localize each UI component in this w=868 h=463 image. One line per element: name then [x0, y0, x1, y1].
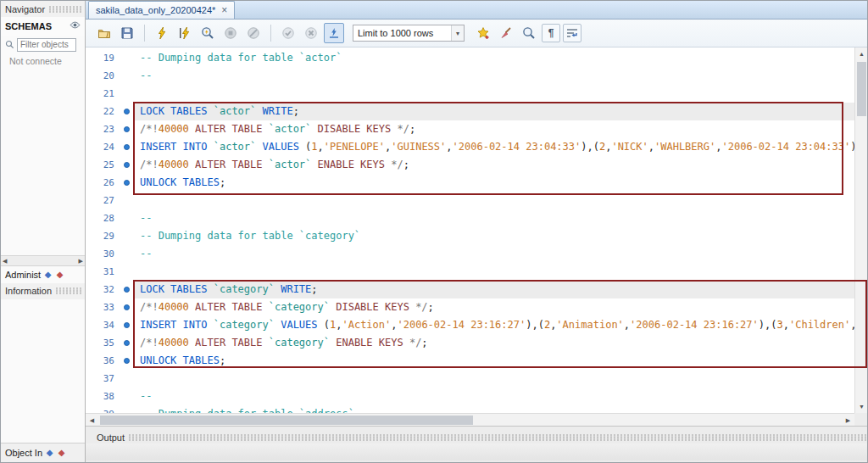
- panel-collapse-icon[interactable]: ◆: [55, 270, 64, 279]
- line-number: 37: [86, 370, 120, 388]
- navigator-panel-header[interactable]: Navigator: [1, 1, 85, 17]
- object-info-panel-header[interactable]: Object In ◆ ◆: [1, 443, 85, 462]
- beautify-icon: [499, 26, 513, 40]
- scroll-left-icon[interactable]: ◀: [3, 258, 7, 264]
- wrap-text-button[interactable]: [563, 24, 581, 42]
- schema-tree-empty-area: [1, 69, 85, 255]
- statement-marker-icon: [124, 358, 130, 364]
- autocommit-button[interactable]: [324, 23, 344, 43]
- sidebar-horizontal-scrollbar[interactable]: ◀ ▶: [1, 255, 85, 266]
- line-number: 38: [86, 388, 120, 405]
- marker-column: [120, 120, 133, 138]
- scroll-right-icon[interactable]: ▶: [842, 414, 854, 426]
- scroll-down-icon[interactable]: ▼: [855, 400, 867, 413]
- marker-column: [120, 388, 133, 405]
- beautify-button[interactable]: [496, 23, 516, 43]
- statement-marker-icon: [124, 180, 130, 186]
- horizontal-scroll-thumb[interactable]: [100, 416, 473, 425]
- scroll-up-icon[interactable]: ▲: [855, 47, 867, 60]
- information-title: Information: [5, 286, 52, 296]
- execute-script-button[interactable]: [152, 23, 172, 43]
- navigator-title: Navigator: [5, 4, 45, 14]
- not-connected-label: Not connecte: [1, 53, 85, 69]
- code-area[interactable]: 19-- Dumping data for table `actor`20--2…: [86, 47, 854, 413]
- marker-column: [120, 281, 133, 298]
- marker-column: [120, 370, 133, 388]
- code-line[interactable]: 23/*!40000 ALTER TABLE `actor` DISABLE K…: [86, 120, 854, 138]
- stop-button[interactable]: [220, 23, 241, 43]
- code-line[interactable]: 32LOCK TABLES `category` WRITE;: [86, 281, 854, 298]
- code-text: [133, 192, 854, 209]
- horizontal-scrollbar[interactable]: ◀ ▶: [86, 413, 854, 426]
- line-number: 21: [86, 85, 120, 103]
- code-line[interactable]: 31: [86, 263, 854, 281]
- open-script-button[interactable]: [94, 23, 114, 43]
- code-line[interactable]: 21: [86, 85, 854, 103]
- rollback-button[interactable]: [301, 23, 321, 43]
- limit-rows-dropdown[interactable]: Limit to 1000 rows▾: [353, 25, 465, 42]
- code-line[interactable]: 27: [86, 192, 854, 209]
- scroll-left-icon[interactable]: ◀: [86, 414, 98, 426]
- vertical-scrollbar[interactable]: ▲ ▼: [854, 47, 867, 413]
- code-line[interactable]: 25/*!40000 ALTER TABLE `actor` ENABLE KE…: [86, 156, 854, 174]
- marker-column: [120, 352, 133, 370]
- execute-current-icon: [178, 26, 192, 40]
- invisibles-icon: ¶: [548, 27, 554, 39]
- commit-button[interactable]: [278, 23, 298, 43]
- stop-on-error-button[interactable]: [243, 23, 264, 43]
- editor-toolbar: Limit to 1000 rows▾¶: [86, 20, 867, 47]
- code-line[interactable]: 19-- Dumping data for table `actor`: [86, 49, 854, 67]
- panel-expand-icon[interactable]: ◆: [43, 270, 53, 279]
- code-text: INSERT INTO `category` VALUES (1,'Action…: [133, 316, 854, 334]
- marker-column: [120, 334, 133, 352]
- panel-expand-icon[interactable]: ◆: [45, 449, 54, 458]
- code-line[interactable]: 37: [86, 370, 854, 388]
- search-icon: [5, 37, 14, 53]
- code-line[interactable]: 28--: [86, 209, 854, 227]
- code-line[interactable]: 26UNLOCK TABLES;: [86, 174, 854, 192]
- line-number: 19: [86, 49, 120, 67]
- administration-panel-header[interactable]: Administ ◆ ◆: [1, 266, 85, 283]
- tab-close-icon[interactable]: ×: [221, 5, 227, 15]
- code-line[interactable]: 35/*!40000 ALTER TABLE `category` ENABLE…: [86, 334, 854, 352]
- code-line[interactable]: 29-- Dumping data for table `category`: [86, 227, 854, 245]
- editor-zone: 19-- Dumping data for table `actor`20--2…: [86, 47, 867, 426]
- invisibles-button[interactable]: ¶: [542, 24, 560, 42]
- code-text: LOCK TABLES `category` WRITE;: [133, 281, 854, 298]
- code-line[interactable]: 24INSERT INTO `actor` VALUES (1,'PENELOP…: [86, 138, 854, 156]
- code-line[interactable]: 22LOCK TABLES `actor` WRITE;: [86, 103, 854, 120]
- scroll-right-icon[interactable]: ▶: [79, 258, 83, 264]
- limit-rows-value: Limit to 1000 rows: [358, 28, 451, 38]
- code-line[interactable]: 20--: [86, 67, 854, 85]
- tab-sakila-data-only[interactable]: sakila_data_only_20200424* ×: [88, 1, 235, 19]
- save-script-button[interactable]: [117, 23, 137, 43]
- commit-icon: [281, 26, 295, 40]
- code-line[interactable]: 34INSERT INTO `category` VALUES (1,'Acti…: [86, 316, 854, 334]
- line-number: 32: [86, 281, 120, 298]
- code-text: --: [133, 209, 854, 227]
- filter-objects-input[interactable]: [17, 38, 76, 52]
- eye-icon[interactable]: [70, 19, 81, 34]
- output-title: Output: [97, 432, 125, 443]
- code-line[interactable]: 33/*!40000 ALTER TABLE `category` DISABL…: [86, 298, 854, 316]
- find-button[interactable]: [519, 23, 539, 43]
- output-panel-header[interactable]: Output: [86, 431, 867, 443]
- marker-column: [120, 67, 133, 85]
- save-snippet-button[interactable]: [473, 23, 493, 43]
- output-panel-body: [86, 443, 867, 460]
- statement-marker-icon: [124, 144, 130, 150]
- code-line[interactable]: 39-- Dumping data for table `address`: [86, 405, 854, 413]
- code-text: UNLOCK TABLES;: [133, 352, 854, 370]
- code-line[interactable]: 30--: [86, 245, 854, 263]
- save-snippet-icon: [476, 26, 490, 40]
- administration-title: Administ: [5, 270, 41, 280]
- schemas-section-header[interactable]: SCHEMAS: [1, 17, 85, 36]
- code-text: INSERT INTO `actor` VALUES (1,'PENELOPE'…: [133, 138, 854, 156]
- explain-button[interactable]: [198, 23, 218, 43]
- execute-current-button[interactable]: [175, 23, 195, 43]
- vertical-scroll-thumb[interactable]: [857, 62, 866, 116]
- information-panel-header[interactable]: Information: [1, 283, 85, 299]
- code-line[interactable]: 38--: [86, 388, 854, 405]
- code-line[interactable]: 36UNLOCK TABLES;: [86, 352, 854, 370]
- panel-collapse-icon[interactable]: ◆: [57, 449, 66, 458]
